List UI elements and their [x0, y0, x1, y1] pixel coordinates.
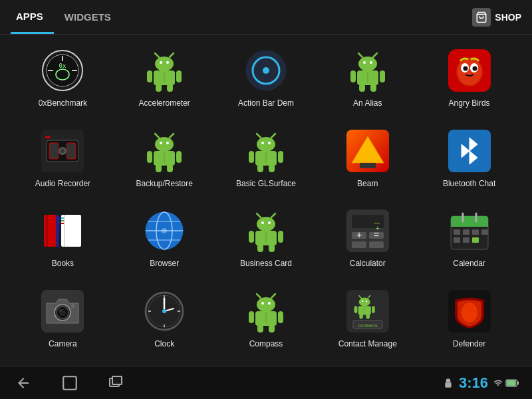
svg-line-61	[271, 134, 275, 138]
svg-rect-70	[360, 163, 376, 168]
svg-rect-95	[269, 244, 275, 252]
app-icon-clock	[140, 287, 188, 335]
svg-rect-52	[147, 151, 152, 163]
svg-rect-76	[61, 217, 64, 219]
svg-line-139	[271, 294, 275, 298]
svg-rect-116	[481, 229, 488, 235]
svg-point-167	[497, 384, 499, 385]
svg-point-7	[155, 57, 174, 71]
home-button[interactable]	[60, 373, 80, 393]
svg-rect-115	[472, 229, 479, 235]
svg-rect-110	[451, 221, 488, 227]
svg-rect-105	[352, 241, 366, 248]
app-label-accelerometer: Accelerometer	[139, 98, 190, 108]
svg-point-147	[359, 297, 370, 306]
app-item-0xbenchmark[interactable]: 0x 0xBenchmark	[13, 41, 112, 119]
app-item-audiorecorder[interactable]: Audio Recorder	[13, 122, 112, 200]
shop-label: SHOP	[495, 12, 521, 23]
app-item-businesscard[interactable]: Business Card	[217, 201, 316, 279]
svg-rect-78	[61, 223, 64, 224]
svg-point-47	[160, 142, 162, 144]
app-item-contactmanager[interactable]: contacts Contact Manage	[318, 282, 417, 360]
svg-point-125	[71, 304, 75, 308]
app-label-actionbardemo: Action Bar Dem	[238, 98, 294, 108]
svg-rect-144	[269, 325, 275, 332]
app-icon-audiorecorder	[39, 127, 86, 175]
svg-rect-106	[369, 241, 384, 248]
svg-point-130	[162, 309, 166, 313]
svg-text:=: =	[374, 229, 379, 240]
top-bar: APPS WIDGETS SHOP	[0, 0, 532, 35]
svg-rect-117	[454, 237, 460, 243]
svg-point-88	[268, 221, 271, 224]
app-item-basicglsurface[interactable]: Basic GLSurface	[217, 122, 316, 200]
svg-line-11	[170, 53, 174, 57]
tab-widgets[interactable]: WIDGETS	[54, 0, 122, 34]
app-item-accelerometer[interactable]: Accelerometer	[115, 41, 214, 119]
svg-point-86	[257, 217, 275, 231]
svg-point-58	[261, 142, 264, 144]
svg-point-87	[261, 221, 264, 224]
svg-point-59	[268, 142, 271, 144]
svg-rect-92	[249, 231, 254, 243]
svg-line-24	[358, 53, 362, 57]
svg-rect-119	[472, 237, 479, 243]
app-item-bluetoothchat[interactable]: Bluetooth Chat	[420, 122, 519, 200]
nav-icons	[13, 373, 443, 393]
svg-line-10	[155, 53, 159, 57]
svg-point-38	[472, 66, 477, 71]
recents-button[interactable]	[106, 373, 126, 393]
app-label-defender: Defender	[453, 339, 485, 348]
app-item-browser[interactable]: Browser	[115, 201, 214, 279]
svg-rect-53	[176, 151, 182, 163]
app-label-clock: Clock	[154, 339, 174, 348]
app-item-analias[interactable]: An Alias	[318, 41, 417, 119]
app-item-calculator[interactable]: — + + = Calculator	[318, 201, 417, 279]
svg-point-34	[458, 59, 481, 85]
svg-text:0x: 0x	[59, 63, 66, 69]
svg-rect-14	[176, 70, 182, 82]
svg-point-22	[363, 61, 366, 64]
shop-button[interactable]: SHOP	[472, 8, 521, 27]
app-item-books[interactable]: Books	[13, 201, 112, 279]
svg-rect-65	[257, 164, 263, 172]
svg-point-20	[263, 67, 269, 74]
app-icon-basicglsurface	[242, 127, 290, 175]
app-icon-beam	[344, 127, 392, 175]
status-bar: 3:16	[443, 374, 519, 392]
app-item-angrybirds[interactable]: Angry Birds	[420, 41, 519, 119]
svg-rect-154	[372, 306, 375, 313]
svg-rect-77	[61, 220, 64, 221]
app-label-calendar: Calendar	[453, 259, 485, 268]
svg-point-8	[160, 61, 162, 64]
svg-rect-169	[517, 381, 519, 384]
app-item-defender[interactable]: Defender	[420, 282, 519, 360]
apps-grid: 0x 0xBenchmark Accel	[0, 35, 532, 366]
svg-rect-13	[147, 70, 152, 82]
svg-rect-30	[370, 84, 376, 92]
svg-rect-75	[64, 215, 65, 247]
svg-line-50	[170, 134, 174, 138]
app-item-clock[interactable]: Clock	[115, 282, 214, 360]
app-item-camera[interactable]: Camera	[13, 282, 112, 360]
app-item-backuprestore[interactable]: Backup/Restore	[115, 122, 214, 200]
svg-point-37	[463, 66, 467, 71]
status-icons	[493, 378, 519, 388]
app-icon-calendar	[446, 207, 493, 255]
app-icon-defender	[446, 287, 493, 335]
svg-rect-143	[257, 325, 263, 332]
svg-line-90	[271, 213, 275, 217]
svg-rect-45	[45, 136, 51, 138]
svg-point-135	[257, 297, 275, 312]
app-icon-angrybirds	[446, 47, 493, 94]
svg-point-48	[166, 142, 169, 144]
tab-apps[interactable]: APPS	[11, 0, 54, 34]
app-item-compass[interactable]: Compass	[217, 282, 316, 360]
app-icon-accelerometer	[140, 47, 188, 94]
app-icon-calculator: — + + =	[344, 207, 392, 255]
app-item-beam[interactable]: Beam	[318, 122, 417, 200]
app-item-actionbardemo[interactable]: Action Bar Dem	[217, 41, 316, 119]
back-button[interactable]	[13, 373, 33, 393]
app-item-calendar[interactable]: Calendar	[420, 201, 519, 279]
app-icon-actionbardemo	[242, 47, 290, 94]
